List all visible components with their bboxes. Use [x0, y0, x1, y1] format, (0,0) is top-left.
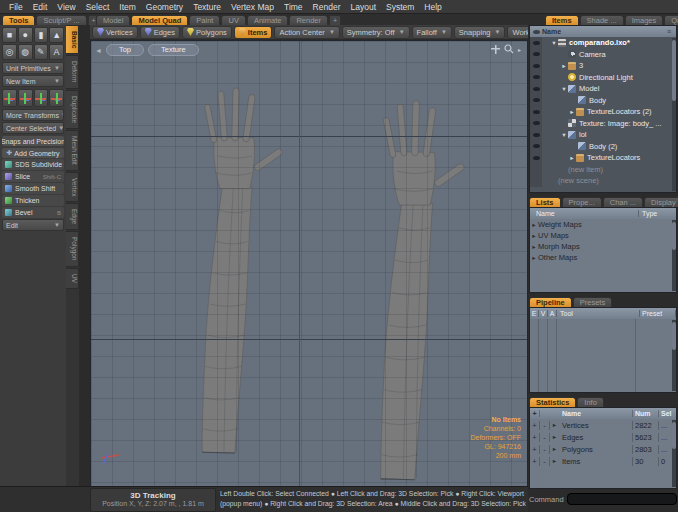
pipeline-active-header[interactable]: A [548, 310, 557, 317]
rotate-tool-button[interactable] [18, 89, 33, 107]
menu-item-render[interactable]: Render [308, 2, 346, 12]
new-scene-placeholder[interactable]: (new scene) [558, 176, 599, 185]
tab-sculpt-paint[interactable]: Sculpt/P ... [36, 15, 86, 25]
statistics-scrollbar[interactable] [672, 420, 676, 487]
sort-icon[interactable]: ≡ [667, 28, 671, 35]
cube-primitive-button[interactable]: ■ [2, 27, 17, 43]
pipeline-visible-header[interactable]: V [539, 310, 548, 317]
visibility-toggle[interactable] [530, 60, 542, 72]
select-subtract-button[interactable]: - [540, 421, 550, 430]
name-column-header[interactable]: Name [542, 28, 561, 35]
tab-tools[interactable]: Tools [2, 15, 35, 25]
expand-arrow-icon[interactable]: ► [530, 233, 538, 239]
symmetry-dropdown[interactable]: Symmetry: Off ▼ [342, 26, 410, 39]
tab-model-quad[interactable]: Model Quad [131, 15, 188, 25]
tree-row-new-item[interactable]: (new item) [530, 164, 676, 176]
tab-animate[interactable]: Animate [247, 15, 289, 25]
tab-properties[interactable]: Prope... [562, 197, 602, 207]
snaps-precision-header[interactable]: Snaps and Precision [2, 136, 64, 146]
expand-arrow-icon[interactable]: ► [568, 109, 576, 115]
tree-row-texturelocators-2[interactable]: ► TextureLocators (2) [530, 106, 676, 118]
tree-row-group-3[interactable]: ► 3 [530, 60, 676, 72]
slice-tool[interactable]: Slice Shift-C [2, 171, 64, 182]
select-add-button[interactable]: + [530, 457, 540, 466]
tab-uv[interactable]: UV [221, 15, 245, 25]
vtab-deform[interactable]: Deform [66, 55, 79, 88]
unit-primitives-dropdown[interactable]: Unit Primitives ▼ [2, 62, 64, 74]
tab-pipeline[interactable]: Pipeline [529, 297, 572, 307]
tree-row-new-scene[interactable]: (new scene) [530, 175, 676, 187]
menu-item-file[interactable]: File [4, 2, 28, 12]
ellipsoid-primitive-button[interactable]: ◍ [18, 44, 33, 60]
expand-arrow-icon[interactable]: ► [568, 155, 576, 161]
menu-item-edit[interactable]: Edit [28, 2, 53, 12]
new-item-dropdown[interactable]: New Item ▼ [2, 75, 64, 87]
cylinder-primitive-button[interactable]: ▮ [34, 27, 49, 43]
cone-primitive-button[interactable]: ▲ [49, 27, 64, 43]
tab-quick[interactable]: Quick ... [664, 15, 678, 25]
visibility-toggle[interactable] [530, 95, 542, 107]
select-add-button[interactable]: + [530, 421, 540, 430]
expand-arrow-icon[interactable]: ▼ [560, 86, 568, 92]
vertices-mode-button[interactable]: Vertices [92, 26, 138, 39]
polygons-mode-button[interactable]: Polygons [182, 26, 232, 39]
menu-item-vertex-map[interactable]: Vertex Map [226, 2, 279, 12]
tab-items[interactable]: Items [545, 15, 579, 25]
vtab-vertex[interactable]: Vertex [66, 172, 79, 202]
expand-arrow-icon[interactable]: ► [530, 244, 538, 250]
shading-mode-dropdown[interactable]: Texture [148, 44, 199, 56]
vtab-duplicate[interactable]: Duplicate [66, 90, 79, 129]
add-layout-tab-button[interactable]: + [329, 15, 341, 25]
falloff-dropdown[interactable]: Falloff ▼ [412, 26, 452, 39]
sds-subdivide-tool[interactable]: SDS Subdivide D [2, 159, 64, 170]
visibility-toggle[interactable] [530, 106, 542, 118]
visibility-toggle[interactable] [530, 37, 542, 49]
stats-name-header[interactable]: Name [559, 410, 632, 417]
stats-sel-header[interactable]: Sel [658, 410, 676, 417]
more-transforms-dropdown[interactable]: More Transforms ▼ [2, 109, 64, 121]
tab-presets[interactable]: Presets [573, 297, 612, 307]
tree-row-body[interactable]: Body [530, 95, 676, 107]
vtab-mesh-edit[interactable]: Mesh Edit [66, 130, 79, 171]
vtab-uv[interactable]: UV [66, 268, 79, 289]
expand-arrow-icon[interactable]: ► [550, 422, 559, 428]
vtab-basic[interactable]: Basic [66, 25, 79, 54]
menu-item-view[interactable]: View [52, 2, 80, 12]
tab-model[interactable]: Model [96, 15, 130, 25]
tab-shader[interactable]: Shade ... [580, 15, 624, 25]
lists-scrollbar[interactable] [672, 220, 676, 291]
expand-arrow-icon[interactable]: ▼ [560, 132, 568, 138]
tree-row-scene[interactable]: ▼ comparando.lxo* [530, 37, 676, 49]
items-mode-button[interactable]: Items [234, 26, 273, 39]
torus-primitive-button[interactable]: ◎ [2, 44, 17, 60]
text-tool-button[interactable]: A [49, 44, 64, 60]
edges-mode-button[interactable]: Edges [140, 26, 180, 39]
scale-tool-button[interactable] [34, 89, 49, 107]
visibility-toggle[interactable] [530, 83, 542, 95]
select-subtract-button[interactable]: - [540, 445, 550, 454]
tab-paint[interactable]: Paint [189, 15, 220, 25]
tab-channels[interactable]: Chan ... [603, 197, 643, 207]
sphere-primitive-button[interactable]: ● [18, 27, 33, 43]
expand-arrow-icon[interactable]: ► [530, 222, 538, 228]
menu-item-texture[interactable]: Texture [188, 2, 226, 12]
visibility-toggle[interactable] [530, 152, 542, 164]
lists-name-header[interactable]: Name [530, 210, 638, 217]
viewport-back-arrow[interactable]: ◄ [95, 47, 102, 54]
pan-icon[interactable] [491, 45, 500, 54]
visibility-toggle[interactable] [530, 129, 542, 141]
menu-item-select[interactable]: Select [81, 2, 115, 12]
expand-arrow-icon[interactable]: ► [560, 63, 568, 69]
viewport-3d[interactable]: ◄ Top Texture ▸ No Items Channels: 0 Def… [90, 40, 528, 487]
item-list-scrollbar[interactable] [672, 38, 676, 191]
action-center-dropdown[interactable]: Action Center ▼ [274, 26, 339, 39]
viewport-menu-arrow[interactable]: ▸ [518, 46, 521, 53]
pipeline-scrollbar[interactable] [672, 320, 676, 391]
tab-display[interactable]: Display [644, 197, 678, 207]
tab-render[interactable]: Render [289, 15, 328, 25]
tab-images[interactable]: Images [625, 15, 664, 25]
tab-info[interactable]: Info [577, 397, 604, 407]
menu-item-system[interactable]: System [381, 2, 419, 12]
vtab-polygon[interactable]: Polygon [66, 231, 79, 267]
menu-item-geometry[interactable]: Geometry [141, 2, 188, 12]
